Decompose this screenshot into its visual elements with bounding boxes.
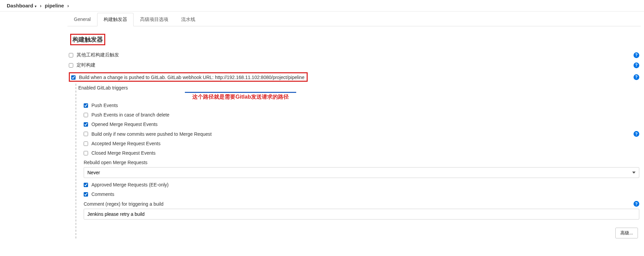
section-title-build-triggers: 构建触发器 xyxy=(70,34,105,45)
caret-down-icon: ▾ xyxy=(34,4,36,8)
chevron-right-icon: › xyxy=(67,3,69,8)
label-comment-regex: Comment (regex) for triggering a build xyxy=(84,201,164,207)
tab-advanced-options[interactable]: 高级项目选项 xyxy=(134,13,175,26)
checkbox-gitlab-push[interactable] xyxy=(71,75,76,80)
trigger-approved-mr: Approved Merge Requests (EE-only) xyxy=(76,180,639,189)
checkbox-build-after-other[interactable] xyxy=(69,53,73,57)
label-rebuild-open-mr: Rebuild open Merge Requests xyxy=(84,160,639,165)
trigger-push-branch-delete: Push Events in case of branch delete xyxy=(76,110,639,120)
tab-build-triggers[interactable]: 构建触发器 xyxy=(97,13,134,26)
label-closed-mr: Closed Merge Request Events xyxy=(91,150,639,156)
label-gitlab-push: Build when a change is pushed to GitLab.… xyxy=(79,75,305,80)
checkbox-push-branch-delete[interactable] xyxy=(84,113,88,117)
input-comment-regex[interactable] xyxy=(84,209,639,220)
gitlab-triggers-subheader: Enabled GitLab triggers xyxy=(76,84,639,93)
label-comments: Comments xyxy=(91,191,639,197)
label-push-branch-delete: Push Events in case of branch delete xyxy=(91,112,639,118)
trigger-build-after-other: 其他工程构建后触发 ? xyxy=(69,50,639,60)
tab-general[interactable]: General xyxy=(67,13,97,26)
checkbox-opened-mr[interactable] xyxy=(84,122,88,127)
breadcrumb-dashboard[interactable]: Dashboard ▾ xyxy=(7,3,36,8)
select-rebuild-open-mr[interactable]: Never xyxy=(84,167,639,178)
help-icon[interactable]: ? xyxy=(634,131,639,137)
checkbox-approved-mr[interactable] xyxy=(84,183,88,187)
field-comment-regex: Comment (regex) for triggering a build ? xyxy=(76,199,639,222)
trigger-build-only-new-commits: Build only if new commits were pushed to… xyxy=(76,129,639,139)
checkbox-comments[interactable] xyxy=(84,192,88,197)
checkbox-push-events[interactable] xyxy=(84,103,88,108)
label-opened-mr: Opened Merge Request Events xyxy=(91,122,639,127)
tab-pipeline[interactable]: 流水线 xyxy=(175,13,202,26)
checkbox-scheduled[interactable] xyxy=(69,63,73,68)
trigger-opened-mr: Opened Merge Request Events xyxy=(76,120,639,129)
sidebar-placeholder xyxy=(0,11,67,249)
trigger-closed-mr: Closed Merge Request Events xyxy=(76,148,639,158)
label-build-after-other: 其他工程构建后触发 xyxy=(77,52,634,58)
chevron-right-icon: › xyxy=(40,3,41,8)
trigger-comments: Comments xyxy=(76,189,639,199)
gitlab-triggers-section: Enabled GitLab triggers 这个路径就是需要Gitlab发送… xyxy=(76,84,639,238)
label-scheduled: 定时构建 xyxy=(77,62,634,68)
help-icon[interactable]: ? xyxy=(634,52,639,58)
field-rebuild-open-mr: Rebuild open Merge Requests Never xyxy=(76,158,639,180)
advanced-button[interactable]: 高级... xyxy=(615,228,638,238)
trigger-push-events: Push Events xyxy=(76,101,639,110)
breadcrumb-project[interactable]: pipeline xyxy=(45,3,64,8)
label-approved-mr: Approved Merge Requests (EE-only) xyxy=(91,182,639,187)
help-icon[interactable]: ? xyxy=(634,74,639,80)
trigger-gitlab-push-row: Build when a change is pushed to GitLab.… xyxy=(69,70,639,84)
breadcrumb: Dashboard ▾ › pipeline › xyxy=(0,0,644,11)
help-icon[interactable]: ? xyxy=(634,62,639,68)
config-tabs: General 构建触发器 高级项目选项 流水线 xyxy=(67,13,641,26)
checkbox-accepted-mr[interactable] xyxy=(84,142,88,146)
label-push-events: Push Events xyxy=(91,103,639,108)
trigger-accepted-mr: Accepted Merge Request Events xyxy=(76,139,639,148)
checkbox-build-only-new-commits[interactable] xyxy=(84,132,88,136)
label-build-only-new-commits: Build only if new commits were pushed to… xyxy=(91,131,634,137)
label-accepted-mr: Accepted Merge Request Events xyxy=(91,141,639,146)
checkbox-closed-mr[interactable] xyxy=(84,151,88,155)
annotation-text: 这个路径就是需要Gitlab发送请求的路径 xyxy=(185,92,296,101)
help-icon[interactable]: ? xyxy=(634,201,639,207)
trigger-scheduled: 定时构建 ? xyxy=(69,60,639,70)
